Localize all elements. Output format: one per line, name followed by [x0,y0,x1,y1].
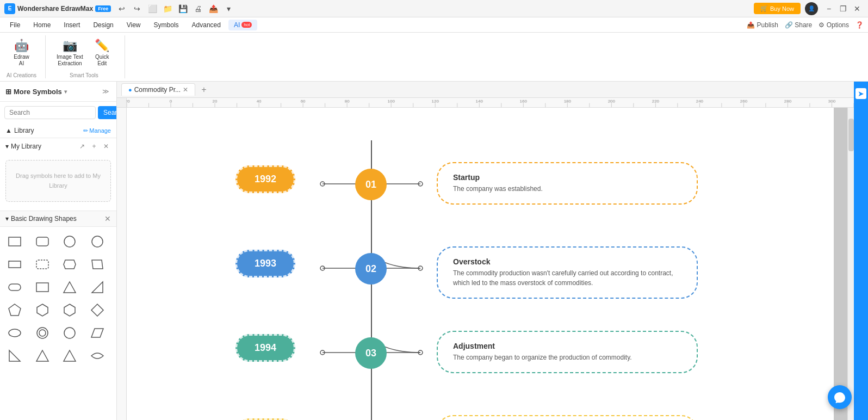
shape-rect-cut[interactable] [59,254,80,275]
menu-advanced[interactable]: Advanced [187,20,226,30]
restore-btn[interactable]: ❐ [836,2,850,15]
svg-marker-13 [9,304,21,316]
help-btn[interactable]: ❓ [855,21,864,29]
edraw-ai-btn[interactable]: 🤖 EdrawAI [8,35,35,70]
my-library-title[interactable]: ▾ My Library [5,143,41,150]
library-section: ▲ Library ✏ Manage [0,123,116,138]
menu-home[interactable]: Home [28,20,56,30]
sidebar-collapse-btn[interactable]: ≫ [100,86,111,97]
shape-circle-plain[interactable] [59,323,80,343]
shape-triangle-plain[interactable] [59,345,80,366]
shape-rect-dashed[interactable] [32,254,53,275]
menu-insert[interactable]: Insert [58,20,85,30]
publish-btn[interactable]: 📤 Publish [747,21,778,29]
library-title[interactable]: ▲ Library [5,127,34,134]
tab-close-btn[interactable]: ✕ [183,86,188,94]
shape-diamond[interactable] [87,300,108,320]
tab-add-btn[interactable]: + [197,83,210,96]
overstock-title: Overstock [453,257,681,266]
shape-rect-plain[interactable] [32,277,53,298]
titlebar-right: 🛒 Buy Now 👤 − ❐ ✕ [754,2,864,15]
more-btn[interactable]: ▾ [222,2,235,15]
search-button[interactable]: Search [98,106,117,119]
shape-triangle-right[interactable] [87,277,108,298]
save-btn[interactable]: 💾 [176,2,189,15]
options-btn[interactable]: ⚙ Options [819,21,849,29]
shape-pentagon[interactable] [4,300,25,320]
tab-label: Commodity Pr... [134,86,181,94]
search-input[interactable] [4,106,96,119]
svg-point-37 [418,350,423,355]
shape-triangle-left[interactable] [4,345,25,366]
svg-marker-21 [91,329,103,337]
shape-hexagon[interactable] [32,300,53,320]
image-text-icon: 📷 [63,39,77,53]
quick-edit-btn[interactable]: ✏️ QuickEdit [89,35,116,70]
shape-parallelogram[interactable] [87,254,108,275]
shape-rect-rounded[interactable] [32,231,53,252]
search-area: Search [0,102,116,123]
svg-point-32 [320,266,325,270]
buy-now-button[interactable]: 🛒 Buy Now [754,3,801,14]
image-text-extraction-btn[interactable]: 📷 Image TextExtraction [52,35,88,70]
canvas-tab[interactable]: ● Commodity Pr... ✕ [121,83,195,96]
minimize-btn[interactable]: − [822,2,835,15]
app-brand: E Wondershare EdrawMax Free [4,3,111,14]
svg-marker-7 [64,260,76,269]
right-panel-btn[interactable]: ➤ [855,88,866,99]
shape-circle[interactable] [59,231,80,252]
shapes-close-btn[interactable]: ✕ [104,214,111,223]
shape-rect-curved[interactable] [87,345,108,366]
undo-btn[interactable]: ↩ [115,2,128,15]
adjustment-title: Adjustment [453,342,681,350]
year-bubble-1993: 1993 [235,250,295,277]
my-library-expand-icon: ▾ [5,143,9,150]
chat-button[interactable] [828,385,852,409]
shape-stadium[interactable] [4,277,25,298]
menu-design[interactable]: Design [88,20,119,30]
open-btn[interactable]: 📁 [161,2,174,15]
shape-triangle[interactable] [59,277,80,298]
svg-point-18 [37,328,48,338]
menu-file[interactable]: File [4,20,26,30]
ribbon-group-ai-items: 🤖 EdrawAI [8,35,35,70]
shape-circle-empty[interactable] [87,231,108,252]
shape-hexagon-small[interactable] [59,300,80,320]
shape-rect[interactable] [4,231,25,252]
svg-rect-0 [9,237,21,246]
shape-oval[interactable] [4,323,25,343]
menu-symbols[interactable]: Symbols [148,20,184,30]
svg-point-19 [39,330,46,336]
quick-edit-label: QuickEdit [95,54,109,67]
user-avatar[interactable]: 👤 [805,2,818,15]
shape-circle-double[interactable] [32,323,53,343]
print-btn[interactable]: 🖨 [191,2,204,15]
export-btn[interactable]: 📤 [207,2,220,15]
manage-link[interactable]: ✏ Manage [83,127,111,134]
scrollbar-thumb-v [848,119,854,151]
menu-ai[interactable]: AI hot [228,20,257,30]
my-library-section: ▾ My Library ↗ + ✕ Drag symbols here to … [0,138,116,211]
my-library-add-btn[interactable]: + [89,141,99,151]
shape-parallelogram2[interactable] [87,323,108,343]
new-file-btn[interactable]: ⬜ [146,2,159,15]
redo-btn[interactable]: ↪ [131,2,144,15]
shape-rect-small[interactable] [4,254,25,275]
svg-marker-11 [64,282,76,293]
sidebar-chevron-icon[interactable]: ▾ [64,89,67,95]
titlebar: E Wondershare EdrawMax Free ↩ ↪ ⬜ 📁 💾 🖨 … [0,0,868,17]
vertical-scrollbar[interactable] [847,108,854,420]
hot-badge: hot [241,22,252,28]
ribbon: 🤖 EdrawAI AI Creations 📷 Image TextExtra… [0,33,868,82]
share-btn[interactable]: 🔗 Share [785,21,812,29]
menu-view[interactable]: View [121,20,146,30]
shape-triangle-isoceles[interactable] [32,345,53,366]
my-library-close-btn[interactable]: ✕ [101,141,111,151]
close-btn[interactable]: ✕ [851,2,864,15]
canvas-scroll-area[interactable]: 1992 1993 1994 1995 [127,108,847,420]
shapes-title[interactable]: ▾ Basic Drawing Shapes [5,215,77,223]
node-circle-03: 03 [355,337,387,369]
my-library-export-btn[interactable]: ↗ [77,141,87,151]
app-icon: E [4,3,15,14]
ribbon-smart-items: 📷 Image TextExtraction ✏️ QuickEdit [52,35,116,70]
